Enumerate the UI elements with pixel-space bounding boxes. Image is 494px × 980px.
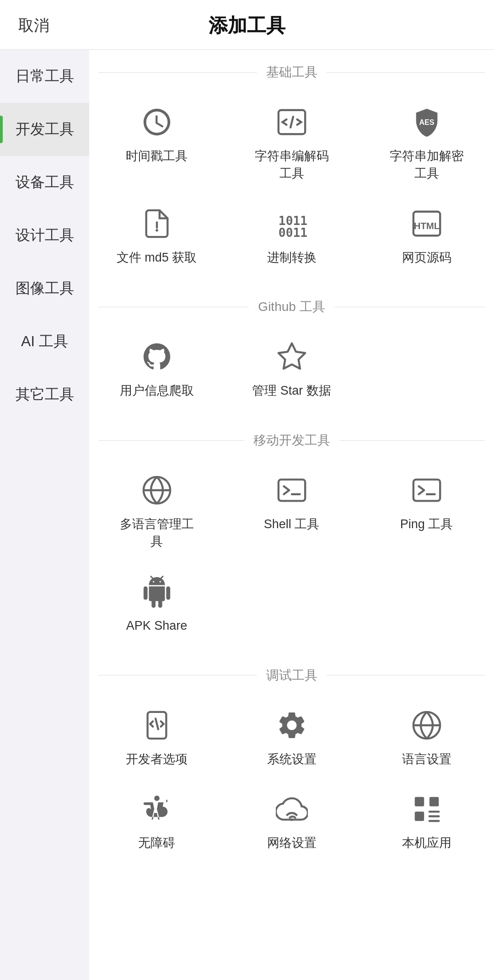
android-icon xyxy=(139,573,175,610)
mobile-dev-tools-grid: 多语言管理工具 Shell 工具 xyxy=(89,454,494,653)
tool-user-crawl-label: 用户信息爬取 xyxy=(120,382,194,400)
sidebar-item-ai[interactable]: AI 工具 xyxy=(0,315,89,368)
tool-multilang[interactable]: 多语言管理工具 xyxy=(89,458,224,560)
tool-time[interactable]: 时间戳工具 xyxy=(89,90,224,192)
svg-rect-9 xyxy=(413,480,440,501)
tool-shell[interactable]: Shell 工具 xyxy=(224,458,359,560)
sidebar-item-design[interactable]: 设计工具 xyxy=(0,209,89,262)
svg-rect-15 xyxy=(414,812,424,821)
tool-manage-star[interactable]: 管理 Star 数据 xyxy=(224,325,359,409)
tool-apk-share[interactable]: APK Share xyxy=(89,560,224,644)
html-icon: HTML xyxy=(408,205,445,242)
svg-point-2 xyxy=(156,229,158,231)
svg-rect-8 xyxy=(278,480,305,501)
svg-point-12 xyxy=(154,796,160,801)
tool-local-apps-label: 本机应用 xyxy=(402,835,451,852)
sidebar-item-dev[interactable]: 开发工具 xyxy=(0,103,89,156)
code-brackets-icon xyxy=(274,104,310,140)
tool-manage-star-label: 管理 Star 数据 xyxy=(252,382,331,400)
tool-apk-share-label: APK Share xyxy=(126,617,188,635)
dev-options-icon xyxy=(139,707,175,744)
tool-lang-settings-label: 语言设置 xyxy=(402,751,451,768)
tool-binary[interactable]: 1011 0011 进制转换 xyxy=(224,192,359,276)
svg-rect-16 xyxy=(429,797,438,806)
tool-webpage-source[interactable]: HTML 网页源码 xyxy=(359,192,494,276)
accessibility-icon xyxy=(139,791,175,827)
page-title: 添加工具 xyxy=(209,13,285,38)
tool-binary-label: 进制转换 xyxy=(267,249,317,267)
tool-shell-label: Shell 工具 xyxy=(264,516,320,533)
svg-text:HTML: HTML xyxy=(413,220,440,230)
tool-dev-options[interactable]: 开发者选项 xyxy=(89,693,224,777)
debug-tools-grid: 开发者选项 系统设置 语言设置 xyxy=(89,689,494,871)
tool-ping-label: Ping 工具 xyxy=(400,516,453,533)
sidebar-item-device[interactable]: 设备工具 xyxy=(0,156,89,209)
globe2-icon xyxy=(408,707,445,744)
star-icon xyxy=(274,338,310,375)
sidebar-item-image[interactable]: 图像工具 xyxy=(0,262,89,315)
tool-string-encode-label: 字符串编解码工具 xyxy=(255,148,329,182)
settings-gear-icon xyxy=(274,707,310,744)
tool-accessibility[interactable]: 无障碍 xyxy=(89,777,224,861)
tool-multilang-label: 多语言管理工具 xyxy=(120,516,194,551)
sidebar: 日常工具 开发工具 设备工具 设计工具 图像工具 AI 工具 其它工具 xyxy=(0,50,89,980)
tool-string-crypto-label: 字符串加解密工具 xyxy=(390,148,464,182)
github-tools-grid: 用户信息爬取 管理 Star 数据 xyxy=(89,320,494,418)
aes-shield-icon: AES xyxy=(408,104,445,140)
section-debug-header: 调试工具 xyxy=(89,653,494,689)
basic-tools-grid: 时间戳工具 字符串编解码工具 AES xyxy=(89,86,494,284)
file-alert-icon xyxy=(139,205,175,242)
terminal2-icon xyxy=(408,472,445,509)
svg-rect-14 xyxy=(414,797,424,806)
tool-lang-settings[interactable]: 语言设置 xyxy=(359,693,494,777)
tool-sys-settings[interactable]: 系统设置 xyxy=(224,693,359,777)
tool-string-crypto[interactable]: AES 字符串加解密工具 xyxy=(359,90,494,192)
header: 取消 添加工具 xyxy=(0,0,494,50)
sidebar-item-daily[interactable]: 日常工具 xyxy=(0,50,89,103)
tool-sys-settings-label: 系统设置 xyxy=(267,751,317,768)
cancel-button[interactable]: 取消 xyxy=(18,15,49,36)
tool-file-md5-label: 文件 md5 获取 xyxy=(117,249,197,267)
app-list-icon xyxy=(408,791,445,827)
tool-user-crawl[interactable]: 用户信息爬取 xyxy=(89,325,224,409)
globe-icon xyxy=(139,472,175,509)
tool-local-apps[interactable]: 本机应用 xyxy=(359,777,494,861)
tool-accessibility-label: 无障碍 xyxy=(138,835,175,852)
tool-network-settings[interactable]: 网络设置 xyxy=(224,777,359,861)
tool-webpage-source-label: 网页源码 xyxy=(402,249,451,267)
svg-text:AES: AES xyxy=(419,118,434,126)
tool-file-md5[interactable]: 文件 md5 获取 xyxy=(89,192,224,276)
section-mobile-dev-header: 移动开发工具 xyxy=(89,418,494,454)
svg-point-13 xyxy=(290,819,293,821)
clock-icon xyxy=(139,104,175,140)
binary-icon: 1011 0011 xyxy=(274,205,310,242)
section-basic-header: 基础工具 xyxy=(89,50,494,86)
main-layout: 日常工具 开发工具 设备工具 设计工具 图像工具 AI 工具 其它工具 基础工具… xyxy=(0,50,494,980)
tool-network-settings-label: 网络设置 xyxy=(267,835,317,852)
tool-dev-options-label: 开发者选项 xyxy=(126,751,188,768)
tool-string-encode[interactable]: 字符串编解码工具 xyxy=(224,90,359,192)
terminal-icon xyxy=(274,472,310,509)
wifi-cloud-icon xyxy=(274,791,310,827)
section-github-header: Github 工具 xyxy=(89,284,494,320)
content-area: 基础工具 时间戳工具 字符串编解码工具 xyxy=(89,50,494,980)
sidebar-item-other[interactable]: 其它工具 xyxy=(0,368,89,421)
tool-ping[interactable]: Ping 工具 xyxy=(359,458,494,560)
tool-time-label: 时间戳工具 xyxy=(126,148,188,165)
github-icon xyxy=(139,338,175,375)
svg-text:0011: 0011 xyxy=(278,226,307,240)
